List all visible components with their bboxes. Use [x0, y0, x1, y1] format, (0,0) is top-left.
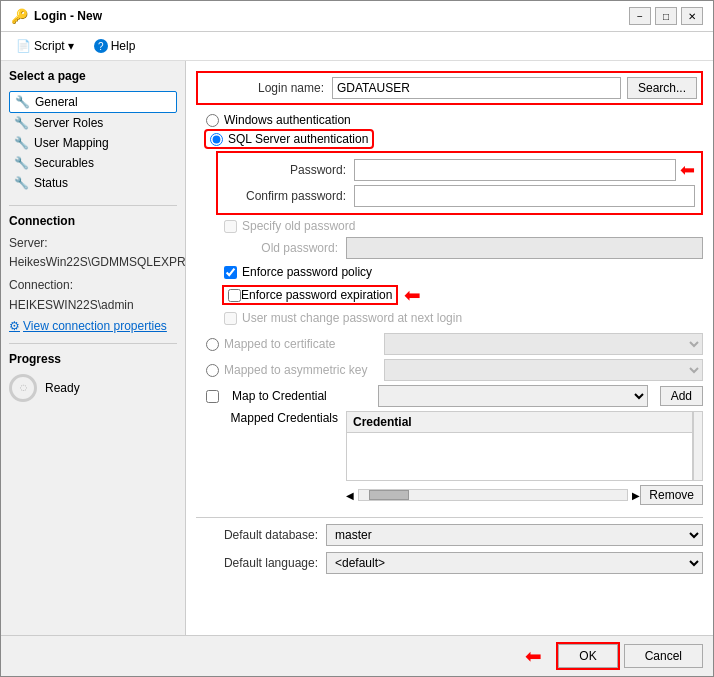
connection-info: Server:HeikesWin22S\GDMMSQLEXPR... Conne… — [9, 234, 177, 315]
login-name-label: Login name: — [202, 81, 332, 95]
old-password-input[interactable] — [346, 237, 703, 259]
app-icon: 🔑 — [11, 8, 28, 24]
sidebar-item-label: Server Roles — [34, 116, 103, 130]
connection-value: HEIKESWIN22S\admin — [9, 298, 134, 312]
main-window: 🔑 Login - New − □ ✕ 📄 Script ▾ ? Help Se… — [0, 0, 714, 677]
specify-old-row: Specify old password — [196, 219, 703, 233]
connection-title: Connection — [9, 214, 177, 228]
section-divider — [196, 517, 703, 518]
sql-auth-radio[interactable] — [210, 133, 223, 146]
cancel-button[interactable]: Cancel — [624, 644, 703, 668]
wrench-icon: 🔧 — [14, 176, 29, 190]
sidebar-item-label: Securables — [34, 156, 94, 170]
confirm-password-label: Confirm password: — [224, 189, 354, 203]
default-lang-label: Default language: — [196, 556, 326, 570]
default-db-label: Default database: — [196, 528, 326, 542]
ok-button[interactable]: OK — [558, 644, 617, 668]
mapped-cert-label: Mapped to certificate — [224, 337, 384, 351]
sidebar-item-label: User Mapping — [34, 136, 109, 150]
vertical-scrollbar[interactable] — [693, 411, 703, 481]
help-button[interactable]: ? Help — [87, 36, 143, 56]
arrow-icon-password: ⬅ — [680, 159, 695, 181]
mapped-credentials-label: Mapped Credentials — [196, 411, 346, 481]
script-label: Script — [34, 39, 65, 53]
sql-auth-row: SQL Server authentication — [196, 131, 703, 147]
credential-header-text: Credential — [353, 415, 412, 429]
credential-table: Credential — [346, 411, 693, 481]
dropdown-arrow-icon: ▾ — [68, 39, 74, 53]
enforce-expiration-label: Enforce password expiration — [241, 288, 392, 302]
specify-old-checkbox[interactable] — [224, 220, 237, 233]
minimize-button[interactable]: − — [629, 7, 651, 25]
mapped-key-dropdown[interactable] — [384, 359, 703, 381]
wrench-icon: 🔧 — [14, 116, 29, 130]
enforce-expiration-checkbox[interactable] — [228, 289, 241, 302]
server-value: HeikesWin22S\GDMMSQLEXPR... — [9, 255, 196, 269]
scroll-left-btn[interactable]: ◀ — [346, 490, 354, 501]
right-panel: Login name: Search... Windows authentica… — [186, 61, 713, 635]
mapped-credentials-section: Mapped Credentials Credential — [196, 411, 703, 481]
login-name-input[interactable] — [332, 77, 621, 99]
password-label: Password: — [224, 163, 354, 177]
windows-auth-label: Windows authentication — [224, 113, 351, 127]
toolbar: 📄 Script ▾ ? Help — [1, 32, 713, 61]
enforce-policy-row: Enforce password policy — [196, 265, 703, 279]
server-label: Server:HeikesWin22S\GDMMSQLEXPR... — [9, 234, 177, 272]
sidebar-item-securables[interactable]: 🔧 Securables — [9, 153, 177, 173]
spinner-icon: ◌ — [9, 374, 37, 402]
enforce-policy-checkbox[interactable] — [224, 266, 237, 279]
scroll-right-btn[interactable]: ▶ — [632, 490, 640, 501]
default-db-row: Default database: master — [196, 524, 703, 546]
mapped-cert-dropdown[interactable] — [384, 333, 703, 355]
enforce-expiration-row: Enforce password expiration ⬅ — [196, 283, 703, 307]
page-section: Select a page 🔧 General 🔧 Server Roles 🔧… — [9, 69, 177, 193]
title-bar: 🔑 Login - New − □ ✕ — [1, 1, 713, 32]
password-input[interactable] — [354, 159, 676, 181]
view-connection-link[interactable]: ⚙ View connection properties — [9, 319, 177, 333]
mapped-key-radio[interactable] — [206, 364, 219, 377]
main-content: Select a page 🔧 General 🔧 Server Roles 🔧… — [1, 61, 713, 635]
old-password-row: Old password: — [216, 237, 703, 259]
sidebar-item-user-mapping[interactable]: 🔧 User Mapping — [9, 133, 177, 153]
mapped-cert-row: Mapped to certificate — [196, 333, 703, 355]
password-row: Password: ⬅ — [224, 159, 695, 181]
sidebar-item-server-roles[interactable]: 🔧 Server Roles — [9, 113, 177, 133]
enforce-policy-label: Enforce password policy — [242, 265, 372, 279]
sidebar-item-label: General — [35, 95, 78, 109]
default-lang-row: Default language: <default> — [196, 552, 703, 574]
login-name-section: Login name: Search... — [196, 71, 703, 105]
window-controls: − □ ✕ — [629, 7, 703, 25]
arrow-icon-expiration: ⬅ — [404, 283, 421, 307]
horizontal-scrollbar[interactable] — [358, 489, 628, 501]
sidebar-section-title: Select a page — [9, 69, 177, 83]
mapped-key-label: Mapped to asymmetric key — [224, 363, 384, 377]
wrench-icon: 🔧 — [14, 156, 29, 170]
sidebar-item-status[interactable]: 🔧 Status — [9, 173, 177, 193]
connection-label-row: Connection:HEIKESWIN22S\admin — [9, 276, 177, 314]
user-must-change-row: User must change password at next login — [196, 311, 703, 325]
windows-auth-radio[interactable] — [206, 114, 219, 127]
confirm-password-input[interactable] — [354, 185, 695, 207]
maximize-button[interactable]: □ — [655, 7, 677, 25]
connection-icon: ⚙ — [9, 319, 20, 333]
map-credential-checkbox[interactable] — [206, 390, 219, 403]
search-button[interactable]: Search... — [627, 77, 697, 99]
default-db-dropdown[interactable]: master — [326, 524, 703, 546]
sidebar-item-general[interactable]: 🔧 General — [9, 91, 177, 113]
add-button[interactable]: Add — [660, 386, 703, 406]
mapped-key-row: Mapped to asymmetric key — [196, 359, 703, 381]
progress-section: Progress ◌ Ready — [9, 343, 177, 402]
mapped-cert-radio[interactable] — [206, 338, 219, 351]
default-lang-dropdown[interactable]: <default> — [326, 552, 703, 574]
user-must-change-checkbox[interactable] — [224, 312, 237, 325]
sidebar: Select a page 🔧 General 🔧 Server Roles 🔧… — [1, 61, 186, 635]
script-button[interactable]: 📄 Script ▾ — [9, 36, 81, 56]
progress-indicator: ◌ Ready — [9, 374, 177, 402]
remove-button[interactable]: Remove — [640, 485, 703, 505]
script-icon: 📄 — [16, 39, 31, 53]
map-credential-row: Map to Credential Add — [196, 385, 703, 407]
confirm-password-row: Confirm password: — [224, 185, 695, 207]
map-credential-dropdown[interactable] — [378, 385, 648, 407]
password-section: Password: ⬅ Confirm password: — [216, 151, 703, 215]
close-button[interactable]: ✕ — [681, 7, 703, 25]
